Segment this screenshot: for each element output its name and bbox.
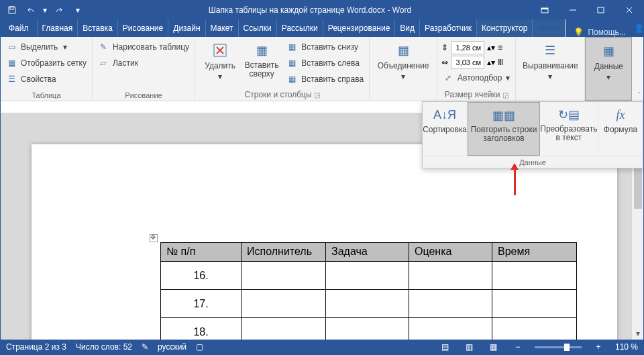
cmd-delete[interactable]: Удалить▾ xyxy=(199,38,241,87)
save-icon[interactable] xyxy=(3,2,21,18)
scroll-down-icon[interactable]: ▾ xyxy=(632,327,643,340)
cmd-insert-above[interactable]: ▦ Вставить сверху xyxy=(241,38,282,87)
share-button[interactable]: 👤Поделиться xyxy=(626,19,644,37)
th-number[interactable]: № п/п xyxy=(161,243,241,262)
view-print-icon[interactable]: ▥ xyxy=(462,340,477,354)
cmd-autofit[interactable]: ⤢Автоподбор▾ xyxy=(441,70,511,85)
stepper-icon[interactable]: ▴▾ xyxy=(487,43,495,52)
document-table[interactable]: № п/п Исполнитель Задача Оценка Время 16… xyxy=(160,242,577,340)
window-controls xyxy=(531,1,643,19)
cell[interactable] xyxy=(409,262,492,290)
minimize-icon[interactable] xyxy=(559,1,587,19)
tab-mailings[interactable]: Рассылки xyxy=(277,19,323,37)
collapse-ribbon-icon[interactable]: ˆ xyxy=(638,91,641,99)
cell[interactable] xyxy=(241,290,326,318)
cmd-draw-table[interactable]: ✎Нарисовать таблицу xyxy=(97,40,191,54)
view-web-icon[interactable]: ▦ xyxy=(486,340,501,354)
tab-references[interactable]: Ссылки xyxy=(239,19,277,37)
cmd-sort[interactable]: А↓Я Сортировка xyxy=(423,102,468,156)
cmd-data[interactable]: ▦ Данные▾ xyxy=(590,39,627,82)
tab-table-design[interactable]: Конструктор xyxy=(477,19,533,37)
launcher-icon[interactable]: ◲ xyxy=(502,91,508,99)
tab-view[interactable]: Вид xyxy=(395,19,420,37)
cell[interactable] xyxy=(492,318,577,340)
tell-me[interactable]: 💡Помощь... xyxy=(566,28,625,37)
status-proofing-icon[interactable]: ✎ xyxy=(142,342,148,352)
tab-layout[interactable]: Макет xyxy=(206,19,239,37)
tab-table-layout[interactable]: Макет xyxy=(533,19,566,37)
table-row[interactable]: 16. xyxy=(161,262,577,290)
cell[interactable] xyxy=(409,318,492,340)
zoom-slider[interactable] xyxy=(535,346,582,348)
group-cell-size-label: Размер ячейки ◲ xyxy=(441,90,511,101)
customize-qa-icon[interactable]: ▾ xyxy=(69,2,87,18)
distribute-rows-icon[interactable]: ≡ xyxy=(498,43,502,52)
page[interactable]: № п/п Исполнитель Задача Оценка Время 16… xyxy=(32,144,617,340)
launcher-icon[interactable]: ◲ xyxy=(314,91,320,99)
cmd-insert-below[interactable]: ▦Вставить снизу xyxy=(285,40,365,54)
tab-draw[interactable]: Рисование xyxy=(118,19,168,37)
cmd-repeat-headers[interactable]: ▦▦ Повторить строки заголовков xyxy=(468,102,540,156)
maximize-icon[interactable] xyxy=(587,1,615,19)
cell[interactable] xyxy=(241,318,326,340)
status-language[interactable]: русский xyxy=(158,342,186,352)
redo-icon[interactable] xyxy=(50,2,68,18)
cmd-autofit-label: Автоподбор xyxy=(458,73,502,83)
props-icon: ☰ xyxy=(6,74,17,85)
group-rows-cols: Удалить▾ ▦ Вставить сверху ▦Вставить сни… xyxy=(195,37,370,101)
qa-dropdown-icon[interactable]: ▾ xyxy=(41,2,49,18)
ribbon-options-icon[interactable] xyxy=(531,1,559,19)
cell[interactable] xyxy=(326,290,409,318)
cell[interactable] xyxy=(326,262,409,290)
cmd-convert-text[interactable]: ↻▤ Преобразовать в текст xyxy=(540,102,598,156)
th-executor[interactable]: Исполнитель xyxy=(241,243,326,262)
zoom-out-icon[interactable]: − xyxy=(511,340,525,354)
status-words[interactable]: Число слов: 52 xyxy=(76,342,132,352)
table-row[interactable]: 18. xyxy=(161,318,577,340)
tab-design[interactable]: Дизайн xyxy=(168,19,205,37)
cell[interactable] xyxy=(492,290,577,318)
table-row[interactable]: 17. xyxy=(161,290,577,318)
stepper-icon[interactable]: ▴▾ xyxy=(487,58,495,67)
distribute-cols-icon[interactable]: Ⅲ xyxy=(498,58,503,67)
tab-developer[interactable]: Разработчик xyxy=(420,19,477,37)
close-icon[interactable] xyxy=(615,1,643,19)
status-page[interactable]: Страница 2 из 3 xyxy=(6,342,66,352)
cmd-merge[interactable]: ▦ Объединение▾ xyxy=(374,38,433,81)
view-read-icon[interactable]: ▤ xyxy=(438,340,453,354)
status-macro-icon[interactable]: ▢ xyxy=(196,342,203,352)
autofit-icon: ⤢ xyxy=(443,72,453,83)
cell-number[interactable]: 17. xyxy=(161,290,241,318)
cell[interactable] xyxy=(241,262,326,290)
th-task[interactable]: Задача xyxy=(326,243,409,262)
th-time[interactable]: Время xyxy=(492,243,577,262)
table-move-handle-icon[interactable] xyxy=(150,234,158,242)
row-height-input[interactable] xyxy=(451,41,484,54)
insert-right-icon: ▦ xyxy=(286,74,297,85)
tab-home[interactable]: Главная xyxy=(38,19,78,37)
cmd-eraser[interactable]: ▱Ластик xyxy=(97,56,191,70)
table-header-row[interactable]: № п/п Исполнитель Задача Оценка Время xyxy=(161,243,577,262)
cmd-gridlines[interactable]: ▦Отобразить сетку xyxy=(5,56,88,70)
cell-number[interactable]: 18. xyxy=(161,318,241,340)
zoom-value[interactable]: 110 % xyxy=(615,342,638,352)
cmd-select[interactable]: ▭Выделить▾ xyxy=(5,40,88,54)
cell-number[interactable]: 16. xyxy=(161,262,241,290)
tab-file[interactable]: Файл xyxy=(1,19,38,37)
cell[interactable] xyxy=(492,262,577,290)
zoom-in-icon[interactable]: + xyxy=(591,340,606,354)
cmd-insert-right[interactable]: ▦Вставить справа xyxy=(285,72,365,87)
cmd-align[interactable]: ☰ Выравнивание▾ xyxy=(520,38,580,81)
tab-insert[interactable]: Вставка xyxy=(78,19,118,37)
th-grade[interactable]: Оценка xyxy=(409,243,492,262)
col-width-input[interactable] xyxy=(451,56,484,69)
cell[interactable] xyxy=(409,290,492,318)
zoom-thumb[interactable] xyxy=(564,344,570,351)
cell[interactable] xyxy=(326,318,409,340)
cmd-gridlines-label: Отобразить сетку xyxy=(21,58,87,68)
cmd-insert-left[interactable]: ▦Вставить слева xyxy=(285,56,365,70)
cmd-formula[interactable]: fx Формула xyxy=(598,102,643,156)
tab-review[interactable]: Рецензирование xyxy=(323,19,396,37)
cmd-properties[interactable]: ☰Свойства xyxy=(5,72,88,87)
undo-icon[interactable] xyxy=(22,2,40,18)
